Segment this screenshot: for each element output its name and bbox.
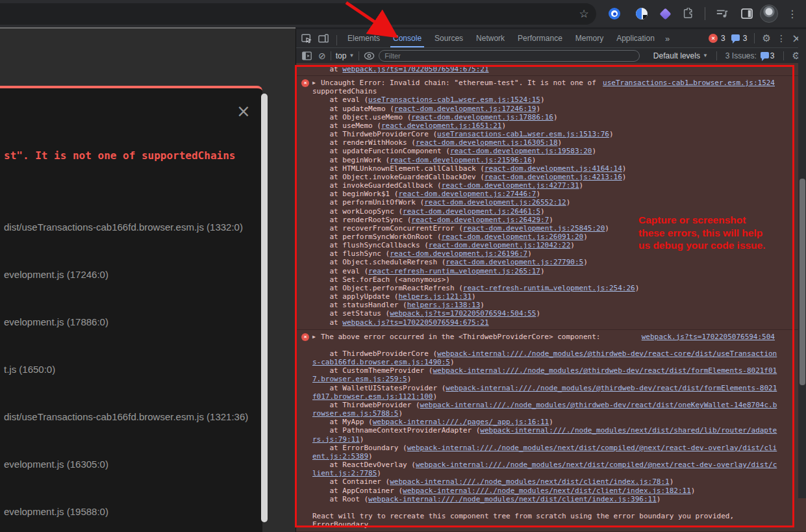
source-location-link[interactable]: useTransactions-cab1…browser.esm.js:1524 [603, 79, 775, 87]
toolbar-sep-4 [783, 51, 784, 60]
stack-frame-link[interactable]: webpack.js?ts=1702205076594:675:21 [342, 65, 488, 73]
stack-frame-link[interactable]: rowser.esm.js:5788:5 [312, 409, 398, 418]
stack-frame-link[interactable]: react-dom.development.js:19583:20 [450, 147, 592, 155]
overlay-close-icon[interactable]: × [234, 101, 253, 121]
message-count-icon[interactable] [731, 34, 740, 41]
issues-label[interactable]: 3 Issues: [725, 51, 757, 60]
tab-performance[interactable]: Performance [511, 29, 569, 47]
tab-memory[interactable]: Memory [569, 29, 610, 47]
devtools-menu-kebab-icon[interactable]: ⋮ [777, 33, 786, 44]
stack-frame-link[interactable]: webpack-internal:///./node_modules/next/… [480, 426, 777, 435]
javascript-context-dropdown[interactable]: top ▼ [336, 51, 355, 60]
stack-frame-link[interactable]: 7.browser.esm.js:259:5 [312, 375, 407, 383]
extension-purple-diamond-icon[interactable] [657, 0, 673, 27]
tab-application[interactable]: Application [610, 29, 661, 47]
stack-frame-link[interactable]: react-dom.development.js:12042:22 [429, 241, 571, 249]
tab-elements[interactable]: Elements [341, 29, 386, 47]
stack-frame-link[interactable]: react-dom.development.js:25845:20 [463, 224, 605, 233]
blue-circle-shape [609, 8, 620, 19]
stack-frame-link[interactable]: react-dom.development.js:26461:5 [403, 207, 540, 216]
stack-frame-link[interactable]: useTransactions-cab1…wser.esm.js:1524:15 [368, 95, 540, 104]
tab-sources[interactable]: Sources [428, 29, 470, 47]
stack-frame-link[interactable]: webpack.js?ts=1702205076594:504:55 [390, 309, 536, 318]
media-glyph [716, 8, 729, 19]
settings-gear-icon[interactable]: ⚙ [762, 32, 770, 44]
stack-frame-link[interactable]: helpers.js:121:31 [398, 292, 472, 301]
stack-trace-line: at eval (useTransactions-cab1…wser.esm.j… [312, 95, 775, 104]
source-location-link[interactable]: webpack.js?ts=1702205076594:504 [642, 333, 775, 341]
bookmark-star-icon[interactable]: ☆ [575, 0, 592, 27]
stack-frame-link[interactable]: react-dom.development.js:4213:16 [485, 173, 622, 181]
chevron-down-icon: ▼ [349, 53, 354, 58]
stack-frame-link[interactable]: react-dom.development.js:17246:19 [394, 105, 536, 113]
stack-frame-link[interactable]: react-dom.development.js:27790:5 [446, 258, 583, 266]
console-scrollbar-track[interactable] [798, 29, 806, 498]
stack-frame-link[interactable]: webpack-internal:///./node_modules/@thir… [437, 349, 777, 358]
stack-frame-link[interactable]: react-dom.development.js:26552:12 [424, 198, 566, 207]
address-bar[interactable] [0, 3, 596, 25]
stack-frame-link[interactable]: ent.js:2:5389 [312, 452, 368, 461]
stack-frame-link[interactable]: webpack-internal:///./node_modules/@thir… [433, 366, 777, 375]
stack-frame-link[interactable]: react-dom.development.js:26091:20 [442, 233, 584, 241]
expand-triangle-icon[interactable]: ▶ [312, 79, 316, 87]
tabbar-separator [336, 35, 337, 45]
device-toolbar-icon[interactable] [318, 34, 329, 44]
log-levels-dropdown[interactable]: Default levels ▼ [653, 51, 708, 60]
extension-clock-icon[interactable] [634, 0, 649, 27]
stack-trace-line: at webpack.js?ts=1702205076594:675:21 [312, 65, 775, 73]
stack-frame-link[interactable]: s-cab166fd.browser.esm.js:1490:5 [312, 358, 450, 366]
stack-trace-line: ErrorBoundary. [312, 520, 775, 529]
stack-frame-link[interactable]: react-dom.development.js:17886:16 [411, 113, 553, 121]
extensions-puzzle-icon[interactable] [680, 0, 696, 27]
stack-frame-link[interactable]: helpers.js:138:13 [407, 301, 481, 309]
browser-menu-kebab-icon[interactable]: ⋮ [785, 0, 800, 27]
more-tabs-icon[interactable]: » [661, 29, 674, 47]
stack-frame-link[interactable]: webpack-internal:///./node_modules/next/… [368, 495, 657, 503]
stack-trace-line: at MyApp (webpack-internal:///./pages/_a… [312, 418, 775, 426]
profile-avatar[interactable] [760, 0, 778, 27]
stack-frame-link[interactable]: lient.js:2:7785 [312, 469, 377, 477]
media-controls-icon[interactable] [714, 0, 731, 27]
stack-frame-link[interactable]: react-dom.development.js:4277:31 [442, 181, 579, 190]
stack-trace-line: at beginWork$1 (react-dom.development.js… [312, 190, 775, 198]
toolbar-right: Default levels ▼ 3 Issues: 3 ⚙ [653, 50, 806, 62]
stack-frame-link[interactable]: react-dom.development.js:26429:7 [411, 216, 549, 224]
clear-console-icon[interactable]: ⊘ [318, 51, 326, 61]
stack-frame-link[interactable]: webpack-internal:///./node_modules/@thir… [420, 401, 777, 409]
expand-triangle-icon[interactable]: ▶ [312, 333, 316, 341]
stack-frame-link[interactable]: webpack-internal:///./node_modules/@thir… [446, 384, 777, 392]
error-count-icon[interactable]: × [709, 34, 718, 43]
stack-frame-link[interactable]: webpack-internal:///./node_modules/next/… [416, 461, 777, 469]
issues-icon [761, 52, 769, 58]
stack-frame-link[interactable]: react-refresh-runtim…velopment.js:265:17 [368, 267, 540, 275]
stack-frame-link[interactable]: webpack-internal:///./pages/_app.js:16:1… [373, 418, 549, 426]
stack-frame-link[interactable]: react-dom.development.js:16305:18 [416, 138, 558, 147]
stack-frame-link[interactable]: react-dom.development.js:27446:7 [398, 190, 536, 198]
overlay-scrollbar[interactable] [261, 94, 268, 522]
side-panel-icon[interactable] [738, 0, 755, 27]
extension-blue-circle-icon[interactable] [607, 0, 622, 27]
console-sidebar-icon[interactable] [302, 51, 312, 60]
stack-frame-link[interactable]: webpack-internal:///./node_modules/next/… [403, 487, 691, 495]
stack-frame-link[interactable]: webpack-internal:///./node_modules/next/… [407, 444, 777, 452]
stack-trace-line: at CustomThemeProvider (webpack-internal… [312, 366, 775, 375]
stack-trace-line: at updateFunctionComponent (react-dom.de… [312, 147, 775, 155]
stack-frame-link[interactable]: react-dom.development.js:26196:7 [390, 249, 527, 258]
filter-input[interactable] [379, 50, 640, 62]
stack-frame-link[interactable]: webpack-internal:///./node_modules/next/… [390, 477, 669, 486]
stack-frame-link[interactable]: react-dom.development.js:4164:14 [485, 164, 622, 173]
inspect-element-icon[interactable] [301, 34, 312, 44]
stack-frame-link[interactable]: f017.browser.esm.js:1121:100 [312, 392, 433, 401]
stack-frame-link[interactable]: react-refresh-runtim…velopment.js:254:26 [463, 284, 635, 292]
live-expression-eye-icon[interactable] [364, 51, 375, 60]
stack-trace-line: rs.js:79:11) [312, 435, 775, 444]
stack-frame-link[interactable]: useTransactions-cab1…wser.esm.js:1513:76 [437, 130, 609, 138]
tab-console[interactable]: Console [386, 29, 428, 47]
stack-frame-link[interactable]: react.development.js:1651:21 [381, 121, 501, 130]
stack-frame-link[interactable]: react-dom.development.js:21596:16 [390, 156, 532, 164]
tab-network[interactable]: Network [470, 29, 511, 47]
overlay-stack-frame: evelopment.js (17886:0) [4, 316, 108, 328]
console-scrollbar-thumb[interactable] [800, 179, 805, 385]
stack-frame-link[interactable]: webpack.js?ts=1702205076594:675:21 [342, 318, 488, 327]
stack-frame-link[interactable]: rs.js:79:11 [312, 435, 360, 444]
